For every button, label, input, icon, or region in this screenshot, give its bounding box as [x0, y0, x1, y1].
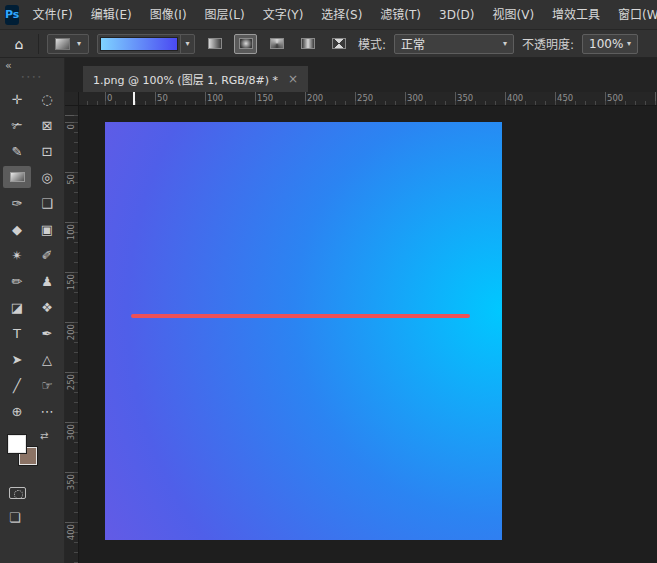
menu-filter[interactable]: 滤镜(T) [371, 0, 430, 30]
close-icon[interactable]: × [288, 72, 298, 86]
panel-grip[interactable]: •••• [0, 74, 64, 82]
gradient-type-reflected-button[interactable] [296, 34, 319, 54]
pencil-icon: ✐ [42, 248, 53, 263]
brush-tool[interactable]: ✏ [3, 270, 31, 292]
history-brush-icon: ❖ [41, 300, 53, 315]
color-swatches: ⇄ [6, 430, 64, 480]
pencil-tool[interactable]: ✐ [33, 244, 61, 266]
eyedropper-tool[interactable]: ✑ [3, 192, 31, 214]
quick-selection-icon: ✎ [12, 144, 23, 159]
ruler-label: 250 [357, 93, 373, 103]
move-tool[interactable]: ✛ [3, 88, 31, 110]
menu-bar: Ps 文件(F) 编辑(E) 图像(I) 图层(L) 文字(Y) 选择(S) 滤… [0, 0, 657, 30]
object-selection-tool[interactable]: ⊠ [33, 114, 61, 136]
blend-mode-select[interactable]: 正常 ▾ [394, 34, 514, 54]
path-selection-tool[interactable]: ➤ [3, 348, 31, 370]
selection-brush-icon: ◎ [41, 170, 52, 185]
line-tool[interactable]: ╱ [3, 374, 31, 396]
history-brush-tool[interactable]: ❖ [33, 296, 61, 318]
tool-preset-picker[interactable]: ▾ [47, 34, 89, 54]
gradient-preview [100, 37, 178, 51]
pen-icon: ✒ [42, 326, 53, 341]
more-tools-button[interactable]: ⋯ [33, 400, 61, 422]
menu-select[interactable]: 选择(S) [312, 0, 371, 30]
menu-type[interactable]: 文字(Y) [254, 0, 313, 30]
ruler-label: 350 [457, 93, 473, 103]
menu-file[interactable]: 文件(F) [23, 0, 81, 30]
magic-wand-tool[interactable]: ✴ [3, 244, 31, 266]
zoom-tool[interactable]: ⊕ [3, 400, 31, 422]
selection-brush-tool[interactable]: ◎ [33, 166, 61, 188]
gradient-picker[interactable]: ▾ [97, 34, 195, 54]
menu-edit[interactable]: 编辑(E) [82, 0, 141, 30]
collapse-tools-button[interactable]: « [0, 58, 64, 74]
gradient-type-linear-button[interactable] [203, 34, 226, 54]
foreground-color-swatch[interactable] [8, 435, 26, 453]
shape-tool[interactable]: △ [33, 348, 61, 370]
type-tool[interactable]: T [3, 322, 31, 344]
ruler-label: 300 [407, 93, 423, 103]
crop-icon: ▣ [41, 222, 53, 237]
gradient-type-angle-button[interactable] [265, 34, 288, 54]
clone-stamp-tool[interactable]: ♟ [33, 270, 61, 292]
opacity-select[interactable]: 100% ▾ [582, 34, 638, 54]
ruler-label: 50 [157, 93, 168, 103]
spot-healing-brush-tool[interactable]: ❑ [33, 192, 61, 214]
screen-mode-button[interactable]: ❏ [0, 506, 64, 528]
ruler-label: 400 [507, 93, 523, 103]
gradient-tool[interactable] [3, 166, 31, 188]
gradient-type-diamond-button[interactable] [327, 34, 350, 54]
blur-tool[interactable]: ◆ [3, 218, 31, 240]
canvas-image[interactable] [105, 122, 502, 540]
lasso-tool[interactable]: ✃ [3, 114, 31, 136]
elliptical-marquee-tool[interactable]: ◌ [33, 88, 61, 110]
document-tab[interactable]: 1.png @ 100% (图层 1, RGB/8#) * × [83, 66, 308, 92]
pen-tool[interactable]: ✒ [33, 322, 61, 344]
screen-mode-icon: ❏ [9, 510, 21, 525]
chevron-down-icon: ▾ [627, 39, 631, 48]
path-selection-icon: ➤ [12, 352, 23, 367]
home-icon[interactable]: ⌂ [8, 34, 30, 54]
linear-gradient-icon [208, 38, 222, 49]
ruler-label: 500 [607, 93, 623, 103]
menu-view[interactable]: 视图(V) [484, 0, 544, 30]
ruler-label: 150 [66, 274, 76, 290]
ruler-label: 250 [66, 374, 76, 390]
ruler-cursor-indicator [133, 92, 135, 106]
hand-tool[interactable]: ☞ [33, 374, 61, 396]
crop-tool[interactable]: ▣ [33, 218, 61, 240]
quick-mask-button[interactable] [0, 482, 64, 504]
object-selection-icon: ⊠ [42, 118, 53, 133]
quick-mask-icon [9, 487, 26, 499]
ruler-label: 450 [557, 93, 573, 103]
hand-icon: ☞ [41, 378, 53, 393]
marquee-icon: ◌ [41, 92, 52, 107]
menu-layer[interactable]: 图层(L) [196, 0, 254, 30]
blur-icon: ◆ [12, 222, 22, 237]
menu-window[interactable]: 窗口(W) [609, 0, 657, 30]
magic-wand-icon: ✴ [12, 248, 23, 263]
frame-tool[interactable]: ⊡ [33, 140, 61, 162]
gradient-type-radial-button[interactable] [234, 34, 257, 54]
zoom-icon: ⊕ [12, 404, 23, 419]
chevron-down-icon: ▾ [77, 39, 81, 48]
opacity-label: 不透明度: [522, 35, 574, 52]
horizontal-ruler[interactable]: 0 50 100 150 200 250 300 350 400 450 500 [79, 92, 657, 106]
menu-image[interactable]: 图像(I) [141, 0, 196, 30]
menu-plugins[interactable]: 增效工具 [543, 0, 609, 30]
blend-mode-value: 正常 [401, 35, 425, 52]
chevron-down-icon[interactable]: ▾ [180, 35, 194, 53]
ellipsis-icon: ⋯ [41, 404, 54, 419]
swap-colors-icon[interactable]: ⇄ [40, 430, 48, 441]
tool-grid: ✛ ◌ ✃ ⊠ ✎ ⊡ ◎ ✑ ❑ ◆ ▣ ✴ ✐ ✏ ♟ ◪ ❖ T ✒ ➤ … [0, 82, 64, 422]
tool-options-bar: ⌂ ▾ ▾ 模式: 正常 ▾ 不透明度: 100% ▾ [0, 30, 657, 58]
eraser-icon: ◪ [11, 300, 23, 315]
photoshop-window: Ps 文件(F) 编辑(E) 图像(I) 图层(L) 文字(Y) 选择(S) 滤… [0, 0, 657, 563]
line-icon: ╱ [13, 378, 21, 393]
menu-3d[interactable]: 3D(D) [430, 0, 483, 30]
vertical-ruler[interactable]: 0 50 100 150 200 250 300 350 400 [65, 106, 79, 563]
eraser-tool[interactable]: ◪ [3, 296, 31, 318]
diamond-gradient-icon [332, 38, 346, 49]
ruler-label: 400 [66, 524, 76, 540]
quick-selection-tool[interactable]: ✎ [3, 140, 31, 162]
